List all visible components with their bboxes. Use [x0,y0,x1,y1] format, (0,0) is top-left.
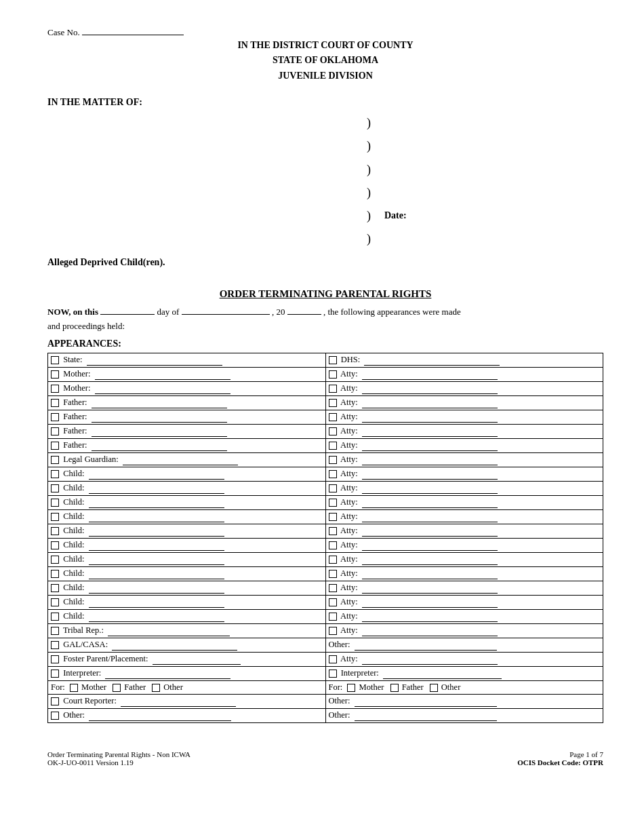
for-left-label: For: [51,682,65,692]
atty6-label: Atty: [340,440,358,450]
mother1-checkbox[interactable] [51,370,59,379]
footer-page: Page 1 of 7 [517,750,603,758]
father2-checkbox[interactable] [51,413,59,421]
mother2-checkbox[interactable] [51,385,59,393]
court-reporter-label: Court Reporter: [63,696,117,705]
table-row: Child: Atty: [48,496,603,510]
app-cell: Father: [48,396,326,410]
app-cell: DHS: [325,353,603,368]
legal-guardian-checkbox[interactable] [51,456,59,464]
app-cell: Child: [48,567,326,581]
father-right-checkbox[interactable] [390,684,399,692]
matter-left [47,111,353,250]
app-cell: Other: [48,709,326,723]
table-row: GAL/CASA: Other: [48,638,603,653]
table-row: Child: Atty: [48,610,603,624]
court-reporter-checkbox[interactable] [51,697,59,705]
father-left-checkbox[interactable] [113,684,121,692]
atty6-checkbox[interactable] [329,442,337,450]
state-label: State: [63,355,82,364]
court-header: IN THE DISTRICT COURT OF COUNTY STATE OF… [47,38,603,83]
app-cell-for-right: For: Mother Father Other [325,681,603,695]
table-row: Child: Atty: [48,553,603,567]
other-left-checkbox[interactable] [152,684,160,692]
other2-label: Other: [329,696,350,705]
app-cell: Father: [48,410,326,425]
app-cell: Interpreter: [325,667,603,681]
app-cell: Atty: [325,467,603,482]
atty4-checkbox[interactable] [329,413,337,421]
father3-label: Father: [63,426,87,435]
app-cell: Atty: [325,539,603,553]
paren-row-1: ) [367,111,603,134]
in-matter-label: IN THE MATTER OF: [47,97,603,108]
app-cell: Mother: [48,368,326,382]
table-row: Father: Atty: [48,396,603,410]
father4-checkbox[interactable] [51,442,59,450]
app-cell: Atty: [325,610,603,624]
table-row: Father: Atty: [48,425,603,439]
app-cell: Atty: [325,425,603,439]
mother-left-checkbox[interactable] [70,684,78,692]
table-row: Child: Atty: [48,596,603,610]
table-row: Legal Guardian: Atty: [48,453,603,467]
table-row: State: DHS: [48,353,603,368]
state-checkbox[interactable] [51,356,59,364]
app-cell: State: [48,353,326,368]
app-cell: Father: [48,439,326,453]
app-cell: Atty: [325,410,603,425]
other3-label: Other: [329,710,350,720]
app-cell: Child: [48,510,326,524]
app-cell: Atty: [325,396,603,410]
gal-casa-checkbox[interactable] [51,641,59,649]
table-row: Tribal Rep.: Atty: [48,624,603,638]
table-row: For: Mother Father Other For: Mother Fat… [48,681,603,695]
father-for-right-label: Father [402,682,424,692]
app-cell: Other: [325,695,603,709]
atty5-checkbox[interactable] [329,427,337,435]
appearances-table: State: DHS: Mother: Atty: [47,353,603,723]
father3-checkbox[interactable] [51,427,59,435]
mother-for-left-label: Mother [81,682,106,692]
alleged-label: Alleged Deprived Child(ren). [47,257,603,268]
father1-checkbox[interactable] [51,399,59,407]
foster-parent-checkbox[interactable] [51,655,59,663]
interpreter-left-checkbox[interactable] [51,670,59,678]
app-cell: Atty: [325,496,603,510]
atty2-checkbox[interactable] [329,385,337,393]
table-row: Other: Other: [48,709,603,723]
atty7-checkbox[interactable] [329,456,337,464]
other-left-end-checkbox[interactable] [51,712,59,720]
tribal-rep-checkbox[interactable] [51,627,59,635]
app-cell: Atty: [325,524,603,539]
appearances-title: APPEARANCES: [47,338,603,349]
dhs-checkbox[interactable] [329,356,337,364]
other-right-checkbox[interactable] [430,684,438,692]
interpreter-right-checkbox[interactable] [329,670,337,678]
paren-row-2: ) [367,134,603,157]
table-row: Mother: Atty: [48,368,603,382]
mother-right-checkbox[interactable] [347,684,355,692]
table-row: Mother: Atty: [48,382,603,396]
app-cell: Atty: [325,368,603,382]
app-cell: Mother: [48,382,326,396]
app-cell: Child: [48,539,326,553]
app-cell: Atty: [325,567,603,581]
mother-for-right-label: Mother [359,682,384,692]
footer-line2: OK-J-UO-0011 Version 1.19 [47,758,190,767]
table-row: Father: Atty: [48,439,603,453]
atty1-checkbox[interactable] [329,370,337,379]
app-cell: Foster Parent/Placement: [48,653,326,667]
now-bold: NOW, on this [47,307,98,317]
mother2-label: Mother: [63,383,90,393]
atty3-checkbox[interactable] [329,399,337,407]
table-row: Foster Parent/Placement: Atty: [48,653,603,667]
interpreter-right-label: Interpreter: [341,668,379,678]
other1-label: Other: [329,640,350,649]
legal-guardian-label: Legal Guardian: [63,454,119,464]
table-row: Child: Atty: [48,539,603,553]
other-left-end-label: Other: [63,710,85,720]
for-right-label: For: [329,682,343,692]
atty5-label: Atty: [340,426,358,435]
app-cell: Child: [48,524,326,539]
